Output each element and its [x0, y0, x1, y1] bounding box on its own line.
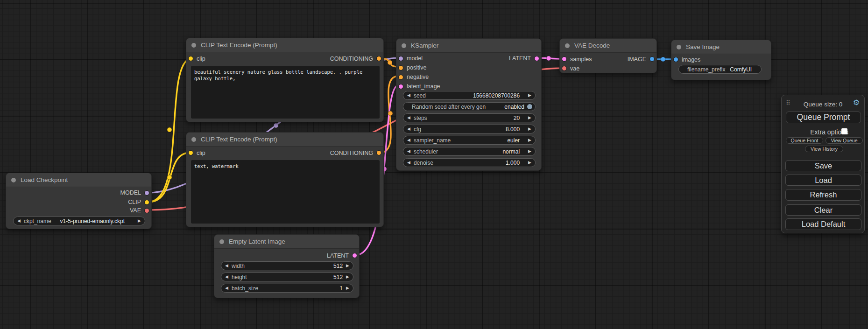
input-port-samples[interactable]	[562, 57, 566, 61]
output-label-clip: CLIP	[128, 199, 141, 205]
input-port-images[interactable]	[674, 57, 678, 62]
node-collapse-dot[interactable]	[565, 43, 570, 48]
input-port-vae[interactable]	[562, 66, 566, 70]
queue-prompt-button[interactable]: Queue Prompt	[786, 112, 861, 123]
load-default-button[interactable]: Load Default	[785, 218, 861, 230]
input-port-clip[interactable]	[189, 56, 193, 61]
input-label-vae: vae	[570, 65, 579, 72]
node-load-checkpoint[interactable]: Load Checkpoint MODEL CLIP VAE ◀ ckpt_na…	[6, 173, 152, 229]
increment-arrow-icon[interactable]: ▶	[528, 127, 531, 131]
output-port-clip[interactable]	[145, 200, 149, 204]
decrement-arrow-icon[interactable]: ◀	[225, 264, 228, 268]
node-collapse-dot[interactable]	[191, 137, 196, 142]
output-label-image: IMAGE	[628, 56, 646, 63]
steps-widget[interactable]: ◀ steps 20 ▶	[403, 113, 536, 122]
increment-arrow-icon[interactable]: ▶	[346, 286, 349, 290]
filename-prefix-widget[interactable]: filename_prefix ComfyUI	[678, 65, 762, 74]
increment-arrow-icon[interactable]: ▶	[528, 161, 531, 165]
increment-arrow-icon[interactable]: ▶	[528, 138, 531, 142]
node-title-bar[interactable]: KSampler	[396, 39, 541, 53]
node-clip-text-encode-positive[interactable]: CLIP Text Encode (Prompt) clip CONDITION…	[186, 38, 384, 122]
sampler-name-widget[interactable]: ◀ sampler_name euler ▶	[403, 136, 536, 145]
widget-value: 1.000	[506, 160, 520, 166]
decrement-arrow-icon[interactable]: ◀	[407, 127, 410, 131]
toggle-indicator-dot[interactable]	[527, 104, 532, 109]
input-port-negative[interactable]	[399, 75, 403, 79]
node-collapse-dot[interactable]	[402, 43, 406, 48]
decrement-arrow-icon[interactable]: ◀	[225, 286, 228, 290]
output-port-conditioning[interactable]	[377, 151, 381, 155]
extra-options-checkbox[interactable]	[841, 128, 847, 134]
queue-front-button[interactable]: Queue Front	[786, 137, 823, 144]
node-collapse-dot[interactable]	[219, 239, 224, 244]
widget-value: enabled	[504, 104, 524, 110]
output-port-model[interactable]	[145, 191, 149, 195]
positive-prompt-textarea[interactable]: beautiful scenery nature glass bottle la…	[191, 66, 380, 119]
input-port-model[interactable]	[399, 56, 403, 61]
load-button[interactable]: Load	[785, 175, 861, 186]
decrement-arrow-icon[interactable]: ◀	[407, 93, 410, 98]
cfg-widget[interactable]: ◀ cfg 8.000 ▶	[403, 125, 536, 133]
save-button[interactable]: Save	[785, 160, 861, 171]
node-title-bar[interactable]: Save Image	[671, 40, 771, 54]
increment-arrow-icon[interactable]: ▶	[346, 275, 349, 279]
batch-size-widget[interactable]: ◀ batch_size 1 ▶	[221, 284, 353, 293]
node-title-bar[interactable]: Empty Latent Image	[214, 235, 359, 249]
widget-label: sampler_name	[414, 137, 451, 144]
node-title: Save Image	[686, 43, 720, 50]
increment-arrow-icon[interactable]: ▶	[528, 149, 531, 154]
decrement-arrow-icon[interactable]: ◀	[407, 149, 410, 154]
output-port-vae[interactable]	[145, 209, 149, 213]
increment-arrow-icon[interactable]: ▶	[528, 93, 531, 98]
node-empty-latent-image[interactable]: Empty Latent Image LATENT ◀ width 512 ▶ …	[214, 234, 360, 298]
view-history-button[interactable]: View History	[805, 146, 843, 152]
output-port-conditioning[interactable]	[377, 56, 381, 61]
node-title-bar[interactable]: Load Checkpoint	[6, 173, 151, 187]
scheduler-widget[interactable]: ◀ scheduler normal ▶	[403, 147, 536, 156]
output-port-latent[interactable]	[353, 253, 357, 258]
input-port-positive[interactable]	[399, 66, 403, 70]
output-port-latent[interactable]	[535, 56, 539, 61]
node-clip-text-encode-negative[interactable]: CLIP Text Encode (Prompt) clip CONDITION…	[186, 132, 384, 227]
node-title-bar[interactable]: VAE Decode	[560, 39, 656, 53]
node-title: CLIP Text Encode (Prompt)	[201, 136, 277, 143]
widget-value: v1-5-pruned-emaonly.ckpt	[60, 218, 125, 224]
increment-arrow-icon[interactable]: ▶	[346, 264, 349, 268]
decrement-arrow-icon[interactable]: ◀	[407, 116, 410, 120]
input-port-latent-image[interactable]	[399, 84, 403, 89]
node-title-bar[interactable]: CLIP Text Encode (Prompt)	[186, 133, 383, 147]
clear-button[interactable]: Clear	[785, 204, 861, 216]
refresh-button[interactable]: Refresh	[785, 189, 861, 201]
view-queue-button[interactable]: View Queue	[826, 137, 863, 144]
ckpt-name-widget[interactable]: ◀ ckpt_name v1-5-pruned-emaonly.ckpt ▶	[13, 217, 145, 225]
denoise-widget[interactable]: ◀ denoise 1.000 ▶	[403, 158, 536, 167]
node-vae-decode[interactable]: VAE Decode samples vae IMAGE	[559, 38, 657, 73]
node-collapse-dot[interactable]	[677, 45, 681, 49]
node-collapse-dot[interactable]	[11, 178, 16, 182]
negative-prompt-textarea[interactable]: text, watermark	[191, 160, 380, 224]
gear-icon[interactable]: ⚙	[853, 99, 860, 106]
output-port-image[interactable]	[650, 57, 654, 61]
node-collapse-dot[interactable]	[191, 43, 196, 48]
increment-arrow-icon[interactable]: ▶	[138, 219, 141, 223]
decrement-arrow-icon[interactable]: ◀	[407, 161, 410, 165]
seed-widget[interactable]: ◀ seed 156680208700286 ▶	[403, 91, 536, 100]
link-dot	[388, 111, 393, 116]
node-title-bar[interactable]: CLIP Text Encode (Prompt)	[186, 38, 383, 52]
node-save-image[interactable]: Save Image images filename_prefix ComfyU…	[671, 40, 771, 80]
decrement-arrow-icon[interactable]: ◀	[407, 138, 410, 142]
random-seed-toggle-widget[interactable]: Random seed after every gen enabled	[403, 102, 536, 111]
decrement-arrow-icon[interactable]: ◀	[225, 275, 228, 279]
queue-menu-panel: ⠿ Queue size: 0 ⚙ Queue Prompt Extra opt…	[781, 95, 865, 233]
decrement-arrow-icon[interactable]: ◀	[17, 219, 21, 223]
input-port-clip[interactable]	[189, 151, 193, 155]
height-widget[interactable]: ◀ height 512 ▶	[221, 273, 353, 281]
widget-value: 20	[514, 115, 520, 121]
node-ksampler[interactable]: KSampler model positive negative latent_…	[396, 38, 542, 171]
widget-label: scheduler	[414, 148, 438, 155]
increment-arrow-icon[interactable]: ▶	[528, 116, 531, 120]
node-graph-canvas[interactable]: Load Checkpoint MODEL CLIP VAE ◀ ckpt_na…	[0, 0, 868, 329]
width-widget[interactable]: ◀ width 512 ▶	[221, 261, 353, 270]
widget-value: 8.000	[506, 126, 520, 133]
output-label-latent: LATENT	[509, 55, 531, 62]
